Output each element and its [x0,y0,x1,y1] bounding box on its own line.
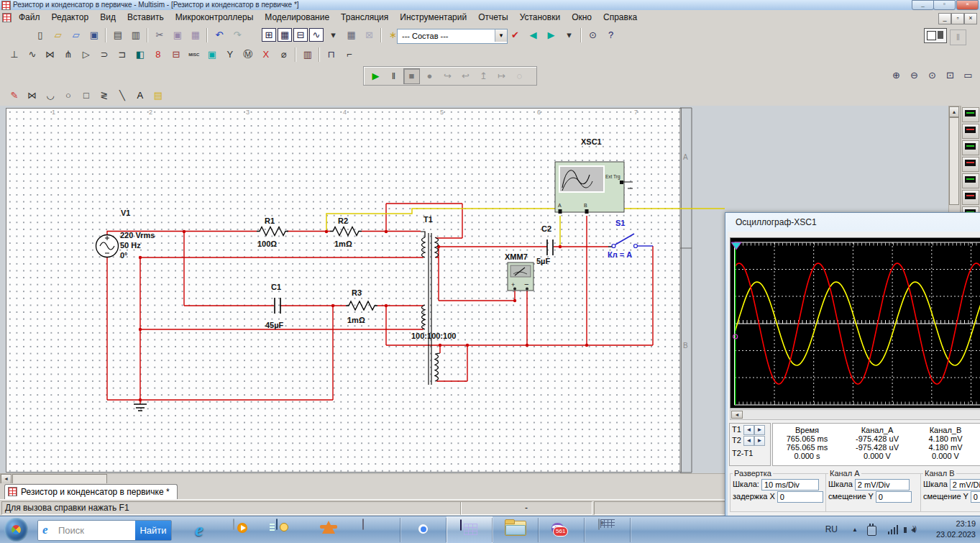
open-sample-icon[interactable]: ▱ [68,27,84,43]
place-misc-digital-icon[interactable]: ◧ [132,47,148,63]
component-s1[interactable] [608,234,653,248]
internet-explorer-icon[interactable]: e [188,519,210,541]
place-rf-icon[interactable]: Y [221,47,238,63]
help-icon[interactable]: ? [603,27,619,43]
print-preview-icon[interactable]: ▥ [127,27,144,43]
minimize-button[interactable]: _ [912,0,934,10]
place-ttl-icon[interactable]: ⊃ [96,47,112,63]
vlc-icon[interactable] [318,519,339,541]
component-r1[interactable] [257,227,288,236]
scroll-up-icon[interactable]: ▲ [949,106,959,117]
draw-line-icon[interactable]: ╲ [114,88,130,104]
draw-text-icon[interactable]: A [132,88,148,104]
power-plug-icon[interactable] [867,526,876,536]
annotate-dropdown-icon[interactable]: ▾ [561,27,577,43]
place-mcu-icon[interactable]: ▥ [299,47,316,63]
zoom-fit-icon[interactable]: ⊡ [942,68,958,83]
compose-dropdown[interactable]: --- Состав --- ▾ [397,29,508,44]
oscilloscope-title-bar[interactable]: Осциллограф-XSC1 [725,213,980,232]
scope-scroll-left-icon[interactable]: ◄ [731,411,743,419]
component-r2[interactable] [330,227,362,236]
ground-symbol[interactable] [134,404,147,411]
draw-polyline-icon[interactable]: ≷ [96,88,112,104]
network-signal-icon[interactable] [887,525,898,534]
pause-icon[interactable]: ‖ [385,68,402,84]
maximize-button[interactable]: ▫ [933,0,956,10]
cut-icon[interactable]: ✂ [151,27,168,43]
component-xsc1[interactable]: Ext Trg A B [555,162,633,214]
open-file-icon[interactable]: ▱ [50,27,66,43]
component-c2[interactable] [547,239,553,255]
mdi-minimize-button[interactable]: _ [938,13,951,24]
chevron-down-icon[interactable]: ▾ [495,29,507,42]
component-r3[interactable] [346,301,377,310]
mdi-close-button[interactable]: × [964,13,977,24]
print-icon[interactable]: ▤ [109,27,126,43]
calculator-taskbar-button[interactable] [585,516,629,543]
draw-polygon-icon[interactable]: ⋈ [24,88,40,104]
multisim-taskbar-button[interactable] [447,516,493,543]
back-annotate-icon[interactable]: ◀ [525,27,541,43]
chrome-taskbar-button[interactable] [400,516,445,543]
component-t1[interactable] [421,232,440,385]
graphic-edit-icon[interactable]: ✎ [6,88,22,104]
place-connector-icon[interactable]: ⌀ [275,47,292,63]
menu-микроконтроллеры[interactable]: Микроконтроллеры [170,10,260,24]
design-toolbox-icon[interactable]: ⊞ [262,28,276,42]
pause-switch-icon[interactable]: ‖ [950,29,966,45]
menu-справка[interactable]: Справка [597,10,643,24]
zoom-sheet-icon[interactable]: ▭ [960,68,976,83]
stop-icon[interactable]: ■ [403,68,420,84]
forward-annotate-icon[interactable]: ▶ [543,27,559,43]
function-generator-icon[interactable] [962,124,979,139]
menu-вид[interactable]: Вид [94,10,122,24]
channel-b-scale-input[interactable]: 2 mV/Div [950,479,980,490]
step-over-icon[interactable]: ↪ [439,68,456,84]
place-diode-icon[interactable]: ⋈ [42,47,58,63]
save-icon[interactable]: ▣ [86,27,102,43]
channel-a-scale-input[interactable]: 2 mV/Div [855,479,910,490]
timebase-delay-input[interactable]: 0 [777,491,823,503]
place-electromech-icon[interactable]: Ⓜ [239,47,256,63]
paste-icon[interactable]: ▦ [187,27,203,43]
explorer-taskbar-button[interactable] [493,516,537,543]
grapher-icon[interactable]: ∿ [309,28,324,42]
place-indicator-icon[interactable]: 8 [150,47,166,63]
redo-icon[interactable]: ↷ [229,27,245,43]
t2-right-icon[interactable]: ► [754,436,765,446]
place-ni-icon[interactable]: X [257,47,274,63]
menu-моделирование[interactable]: Моделирование [259,10,335,24]
oscilloscope-window[interactable]: Осциллограф-XSC1 [725,212,980,523]
place-hierarchical-icon[interactable]: ⊓ [323,47,339,63]
place-bus-icon[interactable]: ⌐ [341,47,357,63]
menu-инструментарий[interactable]: Инструментарий [394,10,472,24]
draw-arc-icon[interactable]: ◡ [42,88,58,104]
title-bar[interactable]: Резистор и конденсатор в первичке - Mult… [0,0,980,11]
menu-окно[interactable]: Окно [566,10,597,24]
four-channel-oscilloscope-icon[interactable] [962,173,979,188]
search-submit-button[interactable]: Найти [135,521,171,540]
step-into-icon[interactable]: ↩ [457,68,474,84]
spreadsheet-view-icon[interactable]: ▦ [278,28,292,42]
zoom-in-icon[interactable]: ⊕ [888,68,905,83]
close-button[interactable]: × [956,0,979,10]
place-cmos-icon[interactable]: ⊐ [114,47,130,63]
menu-редактор[interactable]: Редактор [46,10,95,24]
scroll-left-icon[interactable]: ◄ [1,474,12,484]
grapher-dropdown-icon[interactable]: ▾ [325,27,342,43]
place-transistor-icon[interactable]: ⋔ [60,47,76,63]
place-basic-icon[interactable]: ∿ [24,47,40,63]
taskbar-search-input[interactable]: e Поиск Найти [37,520,172,541]
channel-b-offset-input[interactable]: 0 [971,491,980,503]
copy-icon[interactable]: ▣ [169,27,186,43]
draw-ellipse-icon[interactable]: ○ [60,88,76,104]
t1-right-icon[interactable]: ► [754,425,765,435]
menu-отчеты[interactable]: Отчеты [472,10,513,24]
resource-monitor-icon[interactable] [361,519,383,541]
place-source-icon[interactable]: ⊥ [6,47,22,63]
media-player-icon[interactable] [232,519,253,541]
component-c1[interactable] [275,298,280,314]
t1-left-icon[interactable]: ◄ [743,425,754,435]
undo-icon[interactable]: ↶ [211,27,227,43]
wattmeter-icon[interactable] [962,140,979,155]
